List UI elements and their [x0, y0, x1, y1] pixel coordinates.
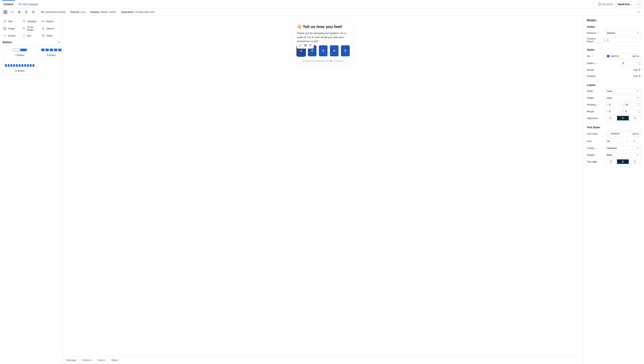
- add-border-button[interactable]: Add: [633, 68, 641, 71]
- component-heading[interactable]: Heading: [22, 18, 41, 24]
- align-left-button[interactable]: [605, 116, 617, 120]
- inspector-title: Button: [587, 19, 641, 22]
- buttons-section-header[interactable]: Buttons: [3, 41, 60, 44]
- component-video[interactable]: Video: [41, 33, 60, 38]
- buttons-presets: 2 Button 5 Button 11 Button: [3, 46, 60, 74]
- preset-5-button[interactable]: 5 Button: [39, 46, 63, 59]
- edit-button[interactable]: [298, 43, 303, 48]
- weight-select[interactable]: Bold: [605, 152, 641, 158]
- size-decrement-button[interactable]: −: [624, 138, 630, 144]
- add-shadow-button[interactable]: Add: [633, 75, 641, 78]
- shadow-label: Shadow: [587, 75, 595, 78]
- modal-title[interactable]: 👋 Tell us how you feel!: [297, 24, 350, 29]
- rating-button-3[interactable]: 3: [319, 45, 328, 56]
- add-language-button[interactable]: Add language: [17, 1, 40, 7]
- fill-swatch[interactable]: [607, 55, 609, 58]
- toolbar-left: To: {{customer.email}} Priority: Low Dis…: [2, 8, 155, 16]
- component-button[interactable]: Button: [41, 18, 60, 24]
- expand-meta-button[interactable]: [635, 9, 642, 15]
- reset-icon[interactable]: ↺: [597, 104, 599, 106]
- tracked-name-input[interactable]: [605, 38, 641, 42]
- brush-icon: [25, 10, 28, 14]
- size-increment-button[interactable]: +: [631, 138, 637, 144]
- width-select[interactable]: Auto: [605, 88, 641, 94]
- modal-body[interactable]: Thank you for choosing our product. On a…: [297, 31, 350, 42]
- behavior-select[interactable]: Dismiss: [605, 30, 641, 36]
- expand-padding-button[interactable]: [637, 103, 641, 106]
- text-color-swatch[interactable]: [607, 132, 609, 135]
- drag-handle[interactable]: ⋮⋮: [290, 53, 295, 56]
- rating-button-4[interactable]: 4: [330, 45, 339, 56]
- radius-input[interactable]: [623, 62, 634, 64]
- video-icon: [42, 34, 45, 37]
- eye-icon: [18, 10, 21, 14]
- view-code-button[interactable]: [9, 9, 16, 15]
- padding-h-icon: [606, 104, 608, 106]
- reset-icon[interactable]: ↺: [591, 55, 593, 58]
- reset-icon[interactable]: ↺: [597, 32, 599, 34]
- text-align-right-button[interactable]: [629, 160, 640, 164]
- view-preview-button[interactable]: [16, 9, 23, 15]
- svg-point-11: [33, 12, 34, 13]
- crumb-button[interactable]: Button: [112, 359, 118, 362]
- height-select[interactable]: Auto: [605, 96, 641, 100]
- text-align-left-button[interactable]: [605, 160, 617, 164]
- crumb-message[interactable]: Message: [66, 359, 76, 362]
- component-image[interactable]: Image: [3, 24, 22, 33]
- svg-point-0: [598, 3, 601, 6]
- reset-icon[interactable]: ↺: [595, 62, 597, 64]
- view-styles-button[interactable]: [23, 9, 29, 15]
- crumb-column[interactable]: Column: [97, 359, 106, 362]
- tab-content[interactable]: Content: [2, 0, 15, 8]
- send-test-button[interactable]: Send test...: [615, 2, 634, 7]
- align-center-button[interactable]: [617, 116, 629, 120]
- more-menu-button[interactable]: [636, 1, 642, 7]
- meta-to: To: {{customer.email}}: [41, 11, 65, 14]
- blocks-icon: [4, 10, 7, 14]
- component-divider[interactable]: Divider: [3, 33, 22, 38]
- action-heading: Action: [587, 25, 641, 28]
- left-panel: Text Heading Button Image Close Button S…: [0, 16, 63, 364]
- modal-card[interactable]: 👋 Tell us how you feel! Thank you for ch…: [293, 20, 354, 64]
- component-close-button[interactable]: Close Button: [22, 24, 41, 33]
- preset-11-button[interactable]: 11 Button: [3, 61, 37, 74]
- crumb-columns[interactable]: Columns: [82, 359, 91, 362]
- duplicate-button[interactable]: [303, 43, 308, 48]
- rating-button-5[interactable]: 5: [341, 45, 350, 56]
- tracked-name-label: Tracked Name↺: [587, 37, 605, 43]
- component-text[interactable]: Text: [3, 18, 22, 24]
- reset-icon[interactable]: ↺: [595, 154, 597, 156]
- view-blocks-button[interactable]: [2, 9, 9, 15]
- svg-rect-15: [23, 35, 25, 36]
- fill-color-input[interactable]: 0057C4 100 %: [605, 54, 641, 59]
- plus-icon: [638, 68, 641, 71]
- padding-v-input[interactable]: [625, 103, 634, 106]
- align-right-button[interactable]: [629, 116, 640, 120]
- canvas-area[interactable]: 👋 Tell us how you feel! Thank you for ch…: [63, 16, 583, 356]
- image-icon: [3, 27, 6, 30]
- preset-2-button[interactable]: 2 Button: [3, 46, 37, 59]
- corners-icon: [638, 62, 640, 64]
- preset-visual: [5, 64, 34, 67]
- size-input[interactable]: [605, 139, 622, 144]
- padding-h-input[interactable]: [609, 103, 618, 106]
- width-label: Width: [587, 90, 593, 92]
- expand-margin-button[interactable]: [637, 110, 641, 113]
- margin-v-input[interactable]: [625, 110, 634, 113]
- text-align-center-button[interactable]: [617, 160, 629, 164]
- component-spacer[interactable]: Spacer: [41, 24, 60, 33]
- components-grid: Text Heading Button Image Close Button S…: [3, 18, 60, 38]
- text-color-input[interactable]: FFFFFF 100 %: [605, 131, 641, 136]
- add-language-label: Add language: [22, 3, 38, 6]
- layout-heading: Layout: [587, 84, 641, 86]
- view-settings-button[interactable]: [30, 9, 36, 15]
- delete-button[interactable]: [308, 43, 313, 48]
- family-select[interactable]: Helvetica: [605, 146, 641, 151]
- toolbar: To: {{customer.email}} Priority: Low Dis…: [0, 8, 644, 16]
- margin-h-input[interactable]: [609, 110, 618, 113]
- text-align-right-icon: [633, 160, 636, 163]
- component-box[interactable]: Box: [22, 33, 41, 38]
- expand-radius-button[interactable]: [637, 62, 641, 65]
- reset-icon[interactable]: ↺: [595, 147, 597, 150]
- reset-icon[interactable]: ↺: [603, 39, 605, 41]
